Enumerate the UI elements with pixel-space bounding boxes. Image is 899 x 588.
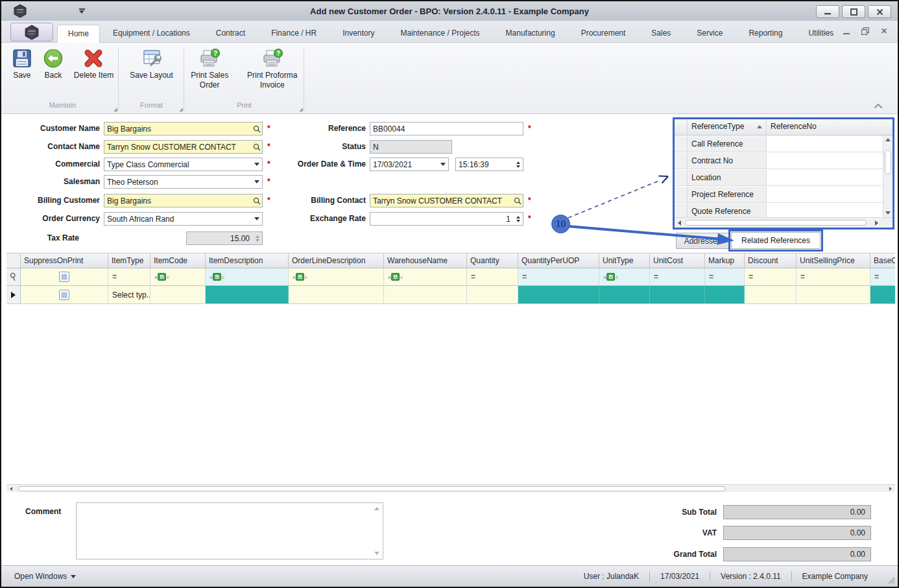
column-header[interactable]: Markup — [705, 253, 745, 268]
tab-home[interactable]: Home — [57, 25, 100, 43]
grid-cell-unitsellingprice[interactable] — [797, 286, 870, 303]
grid-cell-itemdescription[interactable] — [206, 286, 289, 303]
salesman-combo[interactable]: Theo Peterson — [104, 175, 263, 189]
column-header[interactable]: ItemDescription — [206, 253, 289, 268]
grid-cell-unittype[interactable] — [599, 286, 650, 303]
column-header[interactable]: UnitSellingPrice — [797, 253, 870, 268]
save-layout-button[interactable]: Save Layout — [127, 47, 176, 82]
filter-cell[interactable]: = — [467, 268, 518, 285]
back-button[interactable]: Back — [40, 47, 66, 82]
column-header[interactable]: ItemType — [108, 253, 150, 268]
search-icon[interactable] — [252, 194, 262, 207]
collapse-ribbon-icon[interactable] — [873, 102, 883, 110]
application-menu-button[interactable] — [10, 23, 53, 41]
billing-contact-field[interactable]: Tarryn Snow CUSTOMER CONTACT — [370, 194, 523, 207]
maximize-button[interactable] — [842, 5, 865, 18]
spinner-icon[interactable] — [513, 213, 523, 225]
filter-cell[interactable]: = — [518, 268, 599, 285]
column-header[interactable]: QuantityPerUOP — [518, 253, 599, 268]
save-button[interactable]: Save — [9, 47, 35, 82]
print-proforma-invoice-button[interactable]: ? Print Proforma Invoice — [240, 47, 304, 91]
close-button[interactable] — [868, 5, 891, 18]
column-header[interactable]: BaseC — [870, 253, 895, 268]
mdi-restore-icon[interactable] — [861, 27, 869, 35]
filter-cell[interactable] — [21, 268, 108, 285]
tab-contract[interactable]: Contract — [203, 25, 258, 43]
grid-cell-quantityperuop[interactable] — [518, 286, 599, 303]
tab-inventory[interactable]: Inventory — [330, 25, 387, 43]
column-header[interactable]: Quantity — [467, 253, 518, 268]
search-icon[interactable] — [512, 194, 523, 207]
checkbox-icon[interactable] — [59, 272, 69, 282]
tab-manufacturing[interactable]: Manufacturing — [493, 25, 568, 43]
column-header[interactable]: UnitCost — [650, 253, 705, 268]
exchange-rate-spinner[interactable]: 1 — [370, 212, 523, 226]
dialog-launcher-icon[interactable] — [179, 108, 183, 112]
order-currency-combo[interactable]: South African Rand — [104, 212, 263, 226]
filter-cell[interactable]: = — [108, 268, 150, 285]
column-header-referencetype[interactable]: ReferenceType — [688, 119, 767, 135]
scrollbar-thumb[interactable] — [685, 220, 867, 226]
column-header[interactable]: Discount — [745, 253, 797, 268]
tab-finance-hr[interactable]: Finance / HR — [258, 25, 330, 43]
customer-name-field[interactable]: Big Bargains — [104, 122, 263, 135]
spinner-icon[interactable] — [252, 232, 262, 244]
filter-cell[interactable]: aBc — [599, 268, 650, 285]
resize-grip-icon[interactable] — [887, 576, 895, 584]
column-header[interactable]: ItemCode — [150, 253, 206, 268]
filter-cell[interactable]: = — [650, 268, 705, 285]
mdi-minimize-icon[interactable] — [843, 33, 850, 34]
tab-reporting[interactable]: Reporting — [736, 25, 795, 43]
column-header[interactable]: UnitType — [599, 253, 650, 268]
tab-related-references[interactable]: Related References — [731, 232, 821, 249]
comment-textarea[interactable] — [76, 502, 383, 559]
scrollbar-thumb[interactable] — [18, 486, 725, 491]
tab-procurement[interactable]: Procurement — [568, 25, 639, 43]
open-windows-button[interactable]: Open Windows — [14, 572, 76, 581]
order-date-picker[interactable]: 17/03/2021 — [370, 158, 449, 171]
filter-cell[interactable]: = — [797, 268, 870, 285]
delete-item-button[interactable]: Delete Item — [71, 47, 116, 82]
reference-row[interactable]: Contract No — [675, 153, 883, 169]
grid-cell-itemcode[interactable] — [150, 286, 206, 303]
contact-name-field[interactable]: Tarryn Snow CUSTOMER CONTACT — [104, 140, 263, 154]
chevron-down-icon[interactable] — [251, 213, 262, 225]
scrollbar-thumb[interactable] — [885, 150, 891, 174]
mdi-close-icon[interactable]: ✕ — [881, 27, 887, 36]
filter-cell[interactable]: = — [745, 268, 797, 285]
chevron-down-icon[interactable] — [437, 158, 448, 171]
chevron-down-icon[interactable] — [251, 176, 262, 188]
filter-cell[interactable]: aBc — [150, 268, 206, 285]
reference-row[interactable]: Location — [675, 170, 883, 186]
commercial-combo[interactable]: Type Class Commercial — [104, 158, 263, 171]
filter-cell[interactable]: aBc — [384, 268, 467, 285]
grid-cell-markup[interactable] — [705, 286, 745, 303]
grid-cell-basecost[interactable] — [870, 286, 895, 303]
scroll-left-icon[interactable] — [678, 220, 681, 226]
tab-equipment-locations[interactable]: Equipment / Locations — [100, 25, 203, 43]
tab-sales[interactable]: Sales — [638, 25, 684, 43]
grid-cell-orderlinedescription[interactable] — [289, 286, 384, 303]
search-icon[interactable] — [252, 123, 262, 135]
column-header-referenceno[interactable]: ReferenceNo — [767, 119, 893, 135]
grid-cell-itemtype[interactable]: Select typ... — [108, 286, 150, 303]
scroll-down-icon[interactable] — [885, 211, 891, 215]
grid-cell-warehousename[interactable] — [384, 286, 467, 303]
reference-row[interactable]: Call Reference — [675, 136, 883, 152]
column-header[interactable]: WarehouseName — [384, 253, 467, 268]
grid-cell-suppressonprint[interactable] — [21, 286, 108, 303]
column-header[interactable]: SuppressOnPrint — [21, 253, 108, 268]
tab-addresses[interactable]: Addresses — [676, 233, 729, 249]
order-time-spinner[interactable]: 15:16:39 — [455, 158, 523, 171]
filter-cell[interactable]: = — [870, 268, 895, 285]
reference-row[interactable]: Project Reference — [675, 187, 883, 203]
filter-cell[interactable]: aBc — [206, 268, 289, 285]
column-header[interactable]: OrderLineDescription — [289, 253, 384, 268]
vertical-scrollbar[interactable] — [883, 135, 893, 217]
filter-cell[interactable]: aBc — [289, 268, 384, 285]
grid-cell-unitcost[interactable] — [650, 286, 705, 303]
search-icon[interactable] — [252, 141, 262, 153]
scroll-down-icon[interactable] — [374, 552, 379, 555]
checkbox-icon[interactable] — [59, 290, 69, 300]
reference-input[interactable]: BB00044 — [370, 122, 523, 135]
